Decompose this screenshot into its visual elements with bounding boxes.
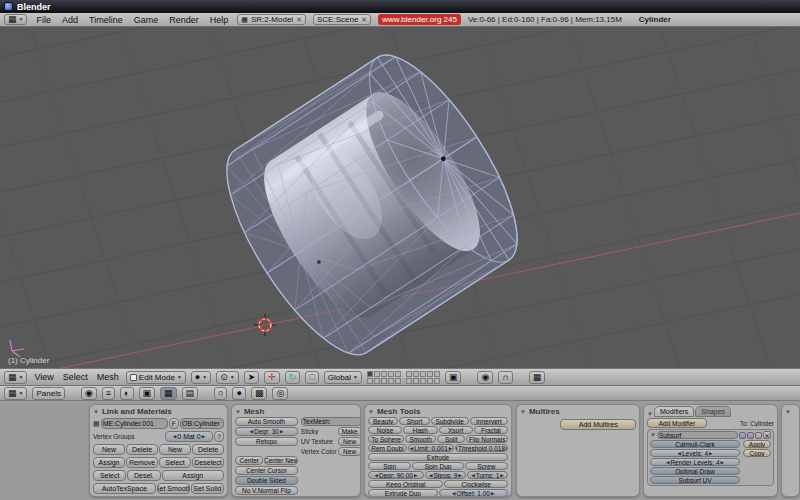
extrude-button[interactable]: Extrude <box>368 453 508 461</box>
center-cursor-button[interactable]: Center Cursor <box>235 466 298 475</box>
screw-button[interactable]: Screw <box>465 462 508 470</box>
material-deselect-button[interactable]: Deselect <box>192 457 224 468</box>
menu-timeline[interactable]: Timeline <box>87 15 125 25</box>
texmesh-field[interactable]: TexMesh: <box>301 417 361 426</box>
context-script-button[interactable]: ≡ <box>102 387 115 400</box>
smooth-button[interactable]: Smooth <box>405 435 436 443</box>
fake-user-button[interactable]: F <box>169 418 179 429</box>
double-sided-toggle[interactable]: Double Sided <box>235 476 298 485</box>
levels-field[interactable]: Levels: 4 <box>650 449 740 457</box>
innervert-toggle[interactable]: Innervert <box>470 417 508 425</box>
threshold-field[interactable]: Threshold 0.018 <box>455 444 508 452</box>
spin-button[interactable]: Spin <box>368 462 411 470</box>
optimal-draw-toggle[interactable]: Optimal Draw <box>650 467 740 475</box>
material-select-button[interactable]: Select <box>159 457 191 468</box>
modifier-copy-button[interactable]: Copy <box>743 449 771 457</box>
vgroup-remove-button[interactable]: Remove <box>126 457 158 468</box>
context-shading-button[interactable]: ◐ <box>120 387 133 400</box>
tab-modifiers[interactable]: Modifiers <box>654 406 694 417</box>
menu-help[interactable]: Help <box>208 15 231 25</box>
context-logic-button[interactable]: ◉ <box>81 387 97 400</box>
context-object-button[interactable]: ▣ <box>139 387 156 400</box>
mesh-datablock-icon[interactable]: ▦ <box>93 420 100 428</box>
manipulator-scale-button[interactable]: □ <box>305 371 318 384</box>
window-type-menu[interactable]: ▦ ▼ <box>4 14 27 25</box>
subdivide-button[interactable]: Subdivide <box>431 417 469 425</box>
spin-degrees-field[interactable]: Degr: 90.00 <box>368 471 424 479</box>
viewport-type-menu[interactable]: ▦ ▼ <box>4 371 27 384</box>
no-vnormal-flip-toggle[interactable]: No V.Normal Flip <box>235 486 298 495</box>
menu-add[interactable]: Add <box>60 15 80 25</box>
fractal-button[interactable]: Fractal <box>474 426 508 434</box>
3d-viewport[interactable]: (1) Cylinder <box>0 27 800 368</box>
spin-dup-button[interactable]: Spin Dup <box>412 462 463 470</box>
menu-view[interactable]: View <box>32 372 55 382</box>
modifier-name-field[interactable]: Subsurf <box>657 431 738 439</box>
tab-shapes[interactable]: Shapes <box>695 406 731 417</box>
menu-select[interactable]: Select <box>61 372 90 382</box>
close-icon[interactable]: ✕ <box>361 16 367 23</box>
noise-button[interactable]: Noise <box>368 426 402 434</box>
manipulator-translate-button[interactable]: ✛ <box>264 371 280 384</box>
short-toggle[interactable]: Short <box>399 417 429 425</box>
center-button[interactable]: Center <box>235 456 263 465</box>
hash-button[interactable]: Hash <box>403 426 437 434</box>
snap-button[interactable]: ∩ <box>498 371 512 384</box>
proportional-edit-button[interactable]: ◉ <box>477 371 493 384</box>
vertex-color-new-button[interactable]: New <box>338 447 361 456</box>
spin-steps-field[interactable]: Steps: 9 <box>425 471 466 479</box>
modifier-render-icon[interactable] <box>739 432 746 439</box>
screen-selector[interactable]: ▦ SR:2-Model ✕ <box>237 14 306 25</box>
scene-selector[interactable]: SCE:Scene ✕ <box>313 14 371 25</box>
lock-layers-button[interactable]: ▣ <box>445 371 462 384</box>
render-levels-field[interactable]: Render Levels: 4 <box>650 458 740 466</box>
close-icon[interactable]: ✕ <box>296 16 302 23</box>
set-smooth-button[interactable]: Set Smooth <box>157 483 190 494</box>
split-button[interactable]: Split <box>437 435 465 443</box>
subdivision-type-dropdown[interactable]: Catmull-Clark <box>650 440 740 448</box>
mode-dropdown[interactable]: Edit Mode ▼ <box>126 371 186 384</box>
spin-turns-field[interactable]: Turns: 1 <box>467 471 508 479</box>
uv-texture-new-button[interactable]: New <box>338 437 361 446</box>
subcontext-texture-button[interactable]: ▩ <box>251 387 268 400</box>
pivot-dropdown[interactable]: ⊙ ▼ <box>216 371 239 384</box>
layer-buttons-left[interactable] <box>367 371 401 384</box>
menu-game[interactable]: Game <box>132 15 161 25</box>
panels-menu-button[interactable]: Panels <box>32 387 64 400</box>
material-new-button[interactable]: New <box>159 444 191 455</box>
subcontext-lamp-button[interactable]: ○ <box>214 387 227 400</box>
panel-collapse-icon[interactable]: ▼ <box>235 409 241 415</box>
panel-collapse-icon[interactable]: ▼ <box>520 409 526 415</box>
window-titlebar[interactable]: Blender <box>0 0 800 13</box>
manipulator-rotate-button[interactable]: ↻ <box>285 371 301 384</box>
add-multires-button[interactable]: Add Multires <box>560 419 636 430</box>
material-delete-button[interactable]: Delete <box>192 444 224 455</box>
beauty-toggle[interactable]: Beauty <box>368 417 398 425</box>
subcontext-material-button[interactable]: ● <box>232 387 245 400</box>
keep-original-toggle[interactable]: Keep Original <box>368 480 443 488</box>
modifier-apply-button[interactable]: Apply <box>743 440 771 448</box>
context-editing-button[interactable]: ▦ <box>160 387 177 400</box>
center-new-button[interactable]: Center New <box>264 456 297 465</box>
extrude-offset-field[interactable]: Offset: 1.00 <box>439 489 509 497</box>
orientation-dropdown[interactable]: Global ▼ <box>324 371 362 384</box>
modifier-editmode-icon[interactable] <box>755 432 762 439</box>
manipulator-hand-button[interactable]: ➤ <box>244 371 260 384</box>
menu-render[interactable]: Render <box>167 15 201 25</box>
panel-collapse-icon[interactable]: ▼ <box>785 409 791 415</box>
set-solid-button[interactable]: Set Solid <box>191 483 224 494</box>
flip-normals-button[interactable]: Flip Normals <box>466 435 508 443</box>
modifier-realtime-icon[interactable] <box>747 432 754 439</box>
subcontext-world-button[interactable]: ◎ <box>272 387 288 400</box>
vgroup-new-button[interactable]: New <box>93 444 125 455</box>
panel-collapse-icon[interactable]: ▼ <box>368 409 374 415</box>
xsort-button[interactable]: Xsort <box>439 426 473 434</box>
vgroup-select-button[interactable]: Select <box>93 470 126 481</box>
autotexspace-button[interactable]: AutoTexSpace <box>93 483 156 494</box>
draw-type-dropdown[interactable]: ● ▼ <box>191 371 211 384</box>
panel-collapse-icon[interactable]: ▼ <box>647 411 653 417</box>
layer-1[interactable] <box>367 371 373 377</box>
vgroup-deselect-button[interactable]: Desel. <box>127 470 160 481</box>
modifier-delete-icon[interactable]: ✕ <box>763 431 771 439</box>
auto-smooth-angle-field[interactable]: Degr: 30 <box>235 427 298 436</box>
